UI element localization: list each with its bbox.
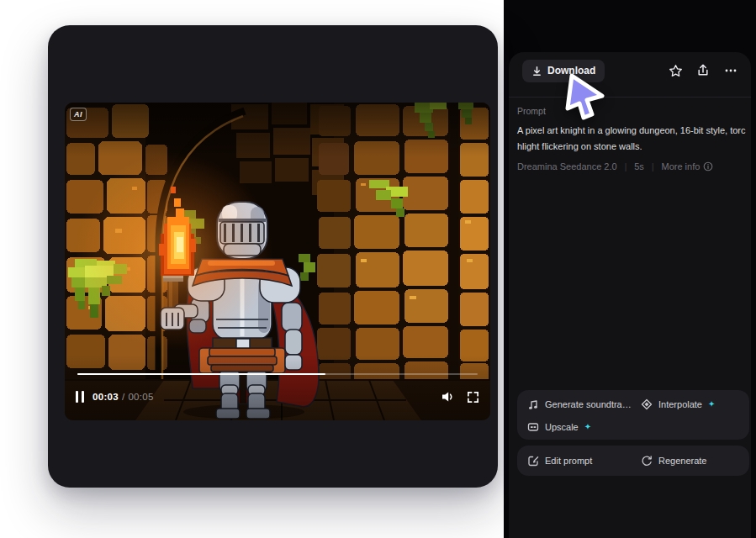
more-icon — [724, 64, 737, 77]
download-button[interactable]: Download — [522, 60, 605, 82]
share-icon — [696, 64, 710, 77]
time-current: 00:03 — [93, 392, 119, 402]
fullscreen-button[interactable] — [467, 391, 479, 404]
interpolate-icon — [641, 398, 653, 410]
app-screen: AI 00:03 / 00:05 — [0, 0, 756, 538]
volume-icon — [441, 391, 455, 403]
interpolate-button[interactable]: Interpolate ✦ — [641, 398, 739, 410]
download-label: Download — [547, 65, 595, 76]
edit-icon — [527, 455, 539, 467]
generation-meta: Dreamina Seedance 2.0 | 5s | More info — [517, 161, 713, 171]
regenerate-icon — [641, 455, 653, 467]
prompt-actions-card: Edit prompt Regenerate — [517, 446, 749, 476]
divider — [509, 97, 751, 98]
header-actions: Download — [522, 59, 738, 82]
model-name: Dreamina Seedance 2.0 — [517, 161, 617, 171]
time-display: 00:03 / 00:05 — [93, 392, 154, 402]
prompt-label: Prompt — [517, 106, 546, 116]
detail-panel: Download — [509, 52, 751, 538]
share-button[interactable] — [695, 63, 711, 78]
upscale-button[interactable]: Upscale ✦ — [527, 421, 641, 433]
music-note-icon — [527, 398, 539, 410]
ai-badge: AI — [70, 108, 87, 121]
fullscreen-icon — [467, 391, 479, 404]
prompt-text: A pixel art knight in a glowing dungeon,… — [517, 123, 747, 155]
premium-sparkle-icon: ✦ — [708, 400, 715, 409]
pause-button[interactable] — [76, 390, 84, 404]
video-progress-fill — [77, 373, 325, 375]
more-info-label: More info — [661, 161, 700, 171]
time-divider: / — [122, 392, 125, 402]
video-progress-bar[interactable] — [77, 373, 478, 375]
upscale-icon — [527, 421, 539, 433]
download-icon — [531, 66, 542, 76]
video-controls: 00:03 / 00:05 — [76, 387, 479, 407]
more-info-link[interactable]: More info — [661, 161, 713, 171]
regenerate-button[interactable]: Regenerate — [641, 455, 739, 467]
enhance-actions-card: Generate soundtra… Interpolate ✦ Upscale… — [517, 390, 749, 440]
edit-prompt-button[interactable]: Edit prompt — [527, 455, 641, 467]
more-options-button[interactable] — [723, 63, 738, 78]
action-label: Upscale — [545, 422, 579, 432]
info-icon — [703, 161, 713, 171]
action-label: Edit prompt — [545, 456, 592, 466]
action-label: Generate soundtra… — [545, 399, 632, 409]
time-total: 00:05 — [128, 392, 153, 402]
meta-separator: | — [625, 162, 627, 171]
star-icon — [669, 64, 683, 78]
generate-soundtrack-button[interactable]: Generate soundtra… — [527, 398, 641, 410]
favorite-button[interactable] — [668, 63, 683, 78]
volume-button[interactable] — [441, 391, 455, 403]
premium-sparkle-icon: ✦ — [584, 423, 591, 431]
media-panel: AI 00:03 / 00:05 — [48, 25, 498, 488]
meta-separator: | — [652, 162, 654, 171]
video-player[interactable]: AI 00:03 / 00:05 — [65, 103, 490, 420]
action-label: Regenerate — [658, 456, 707, 466]
action-label: Interpolate — [658, 399, 702, 409]
duration-badge: 5s — [634, 161, 644, 171]
pause-bar — [76, 391, 78, 403]
pause-bar — [82, 391, 84, 403]
